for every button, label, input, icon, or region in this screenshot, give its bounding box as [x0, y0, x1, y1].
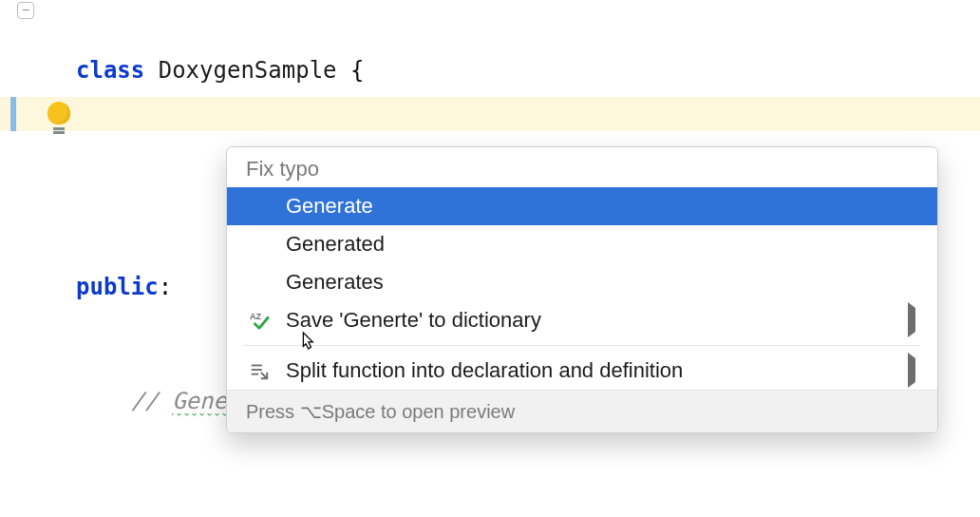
keyword-public: public	[76, 274, 159, 300]
popup-item-generated[interactable]: Generated	[227, 225, 937, 263]
spellcheck-save-icon: AZ	[246, 310, 273, 331]
intention-bulb-icon[interactable]	[47, 102, 70, 124]
popup-footer-hint: Press ⌥Space to open preview	[227, 390, 937, 432]
popup-item-save-to-dictionary[interactable]: AZ Save 'Generte' to dictionary	[227, 301, 937, 339]
popup-item-generates[interactable]: Generates	[227, 263, 937, 301]
keyword-class: class	[76, 57, 144, 84]
submenu-indicator-icon	[905, 358, 918, 383]
intention-popup: Fix typo Generate Generated Generates AZ…	[226, 146, 938, 433]
comment-prefix: //	[131, 388, 172, 414]
popup-item-generate[interactable]: Generate	[227, 187, 937, 225]
popup-section-title: Fix typo	[227, 147, 937, 187]
submenu-indicator-icon	[905, 308, 918, 333]
split-function-icon	[246, 360, 273, 381]
pointer-cursor-icon	[298, 331, 315, 352]
popup-item-split-function[interactable]: Split function into declaration and defi…	[227, 352, 937, 390]
svg-text:AZ: AZ	[250, 312, 262, 321]
popup-separator	[244, 345, 920, 346]
